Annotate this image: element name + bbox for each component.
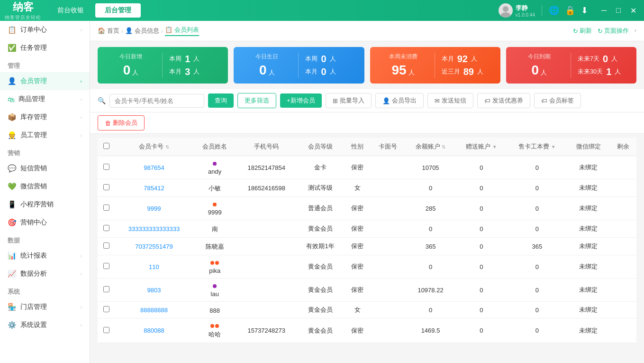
cell-checkbox[interactable] bbox=[98, 318, 115, 343]
member-link[interactable]: 110 bbox=[149, 263, 159, 270]
sidebar-item-settings[interactable]: ⚙️ 系统设置 › bbox=[0, 316, 90, 334]
balance-sort-icon[interactable]: ⇅ bbox=[442, 144, 445, 149]
cell-checkbox[interactable] bbox=[98, 238, 115, 255]
cell-checkbox[interactable] bbox=[98, 156, 115, 179]
card-sort-icon[interactable]: ⇅ bbox=[165, 144, 169, 149]
table-row: 88888888 888 黄金会员 女 0 0 0 未绑定 bbox=[98, 302, 636, 318]
delete-toolbar: 🗑 删除会员 bbox=[90, 112, 644, 134]
sidebar-item-orders[interactable]: 📋 订单中心 › bbox=[0, 21, 90, 39]
select-all-checkbox[interactable] bbox=[103, 143, 109, 149]
refresh-button[interactable]: ↻ 刷新 bbox=[573, 27, 592, 35]
cell-gender: 保密 bbox=[344, 197, 371, 220]
sidebar-item-products[interactable]: 🛍 商品管理 › bbox=[0, 90, 90, 108]
tag-button[interactable]: 🏷 会员标签 bbox=[534, 93, 581, 108]
sidebar-item-reports[interactable]: 📊 统计报表 › bbox=[0, 247, 90, 265]
member-link[interactable]: 333333333333333 bbox=[128, 225, 180, 233]
page-actions-button[interactable]: ↻ 页面操作 bbox=[598, 27, 629, 35]
cell-checkbox[interactable] bbox=[98, 179, 115, 197]
member-link[interactable]: 9803 bbox=[147, 287, 161, 294]
sidebar-item-store[interactable]: 🏪 门店管理 › bbox=[0, 298, 90, 316]
staff-icon: 👷 bbox=[8, 131, 17, 140]
maximize-button[interactable]: □ bbox=[613, 5, 624, 16]
breadcrumb-member-info[interactable]: 👤 会员信息 bbox=[125, 27, 159, 35]
member-link[interactable]: 785412 bbox=[144, 185, 164, 192]
breadcrumb-expand-icon[interactable]: › bbox=[635, 27, 636, 35]
sidebar-item-miniapp[interactable]: 📱 小程序营销 bbox=[0, 195, 90, 214]
cell-phone bbox=[236, 220, 297, 238]
export-button[interactable]: 👤 会员导出 bbox=[375, 93, 424, 108]
birthday-week-label: 本周 bbox=[305, 55, 317, 63]
member-name: 南 bbox=[212, 225, 218, 233]
member-link[interactable]: 9999 bbox=[147, 205, 161, 212]
stats-card-expire: 今日到期 0 人 未来7天 0 人 未来30天 bbox=[506, 47, 636, 84]
cell-gift: 0 bbox=[456, 302, 508, 318]
table-row: 880088 哈哈 15737248273 黄金会员 保密 1469.5 0 0… bbox=[98, 318, 636, 343]
header-checkbox[interactable] bbox=[98, 138, 115, 156]
coupon-button[interactable]: 🏷 发送优惠券 bbox=[477, 93, 530, 108]
sidebar-item-marketing-center[interactable]: 🎯 营销中心 bbox=[0, 214, 90, 232]
cost-filter-icon[interactable]: ▼ bbox=[551, 144, 556, 149]
member-link[interactable]: 88888888 bbox=[140, 307, 168, 314]
sms-button[interactable]: ✉ 发送短信 bbox=[427, 93, 473, 108]
sidebar-item-wechat[interactable]: 💚 微信营销 bbox=[0, 177, 90, 195]
cell-checkbox[interactable] bbox=[98, 255, 115, 279]
close-button[interactable]: ✕ bbox=[627, 5, 639, 16]
cell-checkbox[interactable] bbox=[98, 197, 115, 220]
sidebar-item-sms[interactable]: 💬 短信营销 bbox=[0, 159, 90, 177]
cell-remaining bbox=[610, 156, 636, 179]
member-link[interactable]: 70372551479 bbox=[135, 243, 173, 250]
no-consume-3month-label: 近三月 bbox=[442, 67, 460, 76]
search-input[interactable] bbox=[109, 94, 204, 108]
breadcrumb-home[interactable]: 🏠 首页 bbox=[98, 27, 119, 35]
sidebar-item-members[interactable]: 👤 会员管理 › bbox=[0, 72, 90, 90]
tab-frontend[interactable]: 前台收银 bbox=[48, 3, 93, 18]
window-controls: ─ □ ✕ bbox=[599, 5, 639, 16]
download-icon[interactable]: ⬇ bbox=[581, 5, 588, 16]
cell-checkbox[interactable] bbox=[98, 302, 115, 318]
filter-button[interactable]: 更多筛选 bbox=[237, 93, 276, 108]
row-checkbox[interactable] bbox=[103, 327, 109, 333]
row-checkbox[interactable] bbox=[103, 306, 109, 312]
products-icon: 🛍 bbox=[8, 95, 15, 103]
sidebar-item-inventory[interactable]: 📦 库存管理 › bbox=[0, 108, 90, 126]
batch-import-button[interactable]: ⊞ 批量导入 bbox=[326, 93, 372, 108]
sidebar-item-tasks[interactable]: ✅ 任务管理 bbox=[0, 39, 90, 57]
lock-icon[interactable]: 🔒 bbox=[565, 5, 575, 16]
cell-card-no: 110 bbox=[115, 255, 193, 279]
cell-face-no bbox=[371, 279, 405, 302]
row-checkbox[interactable] bbox=[103, 286, 109, 292]
breadcrumb-right: ↻ 刷新 ↻ 页面操作 › bbox=[573, 27, 636, 35]
cell-gift: 0 bbox=[456, 279, 508, 302]
row-checkbox[interactable] bbox=[103, 184, 109, 190]
main-layout: 📋 订单中心 › ✅ 任务管理 管理 👤 会员管理 › 🛍 商品管理 › bbox=[0, 21, 644, 363]
search-button[interactable]: 查询 bbox=[208, 93, 234, 108]
minimize-button[interactable]: ─ bbox=[599, 5, 609, 16]
sidebar-item-analytics[interactable]: 📈 数据分析 › bbox=[0, 265, 90, 283]
breadcrumb-member-list[interactable]: 📋 会员列表 bbox=[165, 26, 199, 36]
row-checkbox[interactable] bbox=[103, 225, 109, 231]
delete-member-button[interactable]: 🗑 删除会员 bbox=[98, 115, 145, 130]
cell-checkbox[interactable] bbox=[98, 220, 115, 238]
cell-wechat: 未绑定 bbox=[567, 318, 610, 343]
birthday-today-label: 今日生日 bbox=[255, 53, 278, 61]
coupon-icon: 🏷 bbox=[484, 97, 490, 104]
row-checkbox[interactable] bbox=[103, 242, 109, 249]
member-link[interactable]: 987654 bbox=[144, 164, 164, 171]
cell-level: 黄金会员 bbox=[297, 255, 344, 279]
member-link[interactable]: 880088 bbox=[144, 327, 164, 334]
header-name: 会员姓名 bbox=[193, 138, 236, 156]
header-remaining: 剩余 bbox=[610, 138, 636, 156]
row-checkbox[interactable] bbox=[103, 164, 109, 170]
add-member-button[interactable]: +新增会员 bbox=[280, 93, 322, 108]
cell-checkbox[interactable] bbox=[98, 279, 115, 302]
sidebar-item-staff[interactable]: 👷 员工管理 › bbox=[0, 126, 90, 144]
gift-filter-icon[interactable]: ▼ bbox=[492, 144, 497, 149]
globe-icon[interactable]: 🌐 bbox=[549, 5, 559, 16]
cell-wechat: 未绑定 bbox=[567, 220, 610, 238]
row-checkbox[interactable] bbox=[103, 263, 109, 269]
row-checkbox[interactable] bbox=[103, 205, 109, 211]
dot-orange-1 bbox=[210, 324, 214, 328]
tab-backend[interactable]: 后台管理 bbox=[95, 3, 141, 18]
new-today-label: 今日新增 bbox=[119, 53, 142, 61]
cell-face-no bbox=[371, 238, 405, 255]
